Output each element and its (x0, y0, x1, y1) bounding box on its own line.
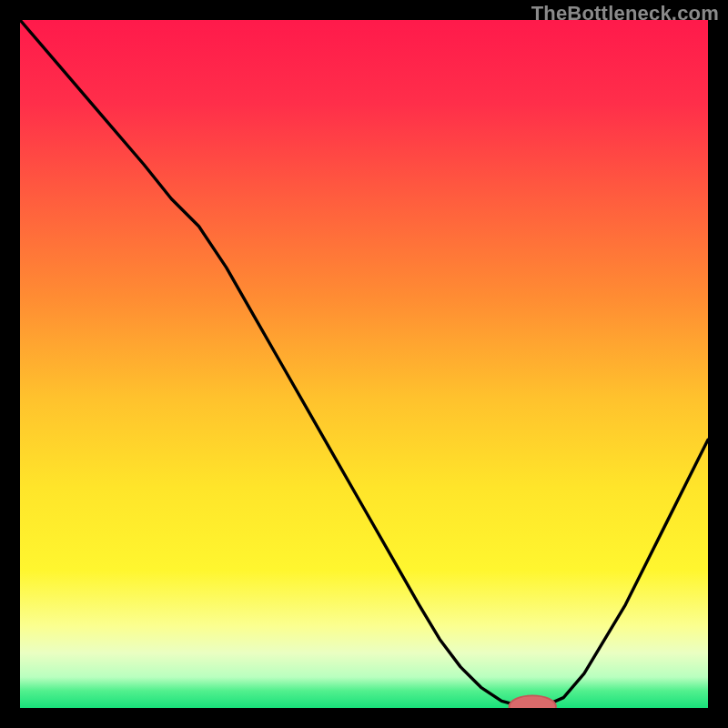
watermark-text: TheBottleneck.com (531, 2, 719, 25)
chart-background (20, 20, 708, 708)
chart-stage: TheBottleneck.com (0, 0, 728, 728)
bottleneck-chart (20, 20, 708, 708)
